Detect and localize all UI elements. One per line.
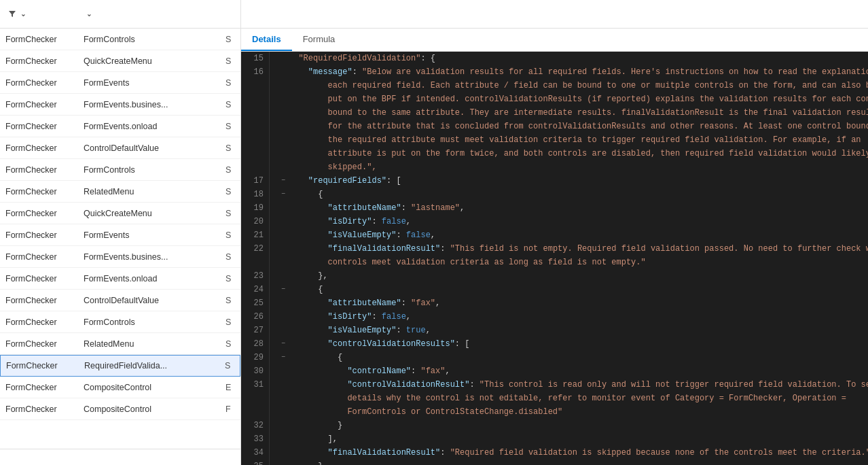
cell-category: FormChecker <box>0 187 78 196</box>
category-header[interactable]: ⌄ <box>0 0 78 28</box>
cell-operation: CompositeControl <box>78 404 220 414</box>
line-number <box>247 106 264 120</box>
line-number: 29 <box>247 351 264 364</box>
fold-icon[interactable]: − <box>278 283 289 296</box>
chevron-down-icon-op: ⌄ <box>86 10 92 18</box>
table-row[interactable]: FormChecker FormControls S <box>0 159 240 181</box>
tab-details[interactable]: Details <box>241 29 292 51</box>
line-number <box>247 147 264 160</box>
line-number: 31 <box>247 378 264 392</box>
line-number: 21 <box>247 228 264 242</box>
cell-operation: RequiredFieldValida... <box>79 361 219 371</box>
cell-res: S <box>220 56 240 66</box>
line-number: 32 <box>247 419 264 432</box>
code-line: FormControls or ControlStateChange.disab… <box>278 405 868 419</box>
cell-operation: FormEvents.onload <box>78 274 220 283</box>
cell-category: FormChecker <box>0 383 78 392</box>
table-row[interactable]: FormChecker QuickCreateMenu S <box>0 203 240 224</box>
line-number <box>247 392 264 405</box>
line-number: 24 <box>247 283 264 296</box>
cell-res: S <box>220 165 240 175</box>
cell-operation: FormControls <box>78 317 220 327</box>
code-line: "finalValidationResult": "This field is … <box>278 242 868 256</box>
table-row[interactable]: FormChecker ControlDefaultValue S <box>0 290 240 311</box>
table-header: ⌄ ⌄ <box>0 0 240 29</box>
cell-operation: QuickCreateMenu <box>78 209 220 218</box>
tab-formula[interactable]: Formula <box>292 29 346 51</box>
operation-header[interactable]: ⌄ <box>78 0 220 28</box>
line-number: 22 <box>247 242 264 256</box>
cell-res: S <box>220 274 240 283</box>
cell-operation: FormEvents <box>78 230 220 240</box>
code-line: − "requiredFields": [ <box>278 174 868 188</box>
code-line: "controlValidationResult": "This control… <box>278 378 868 392</box>
cell-operation: ControlDefaultValue <box>78 143 220 153</box>
res-header[interactable] <box>220 0 240 28</box>
table-row[interactable]: FormChecker ControlDefaultValue S <box>0 137 240 159</box>
cell-operation: FormEvents.busines... <box>78 100 220 109</box>
cell-operation: FormControls <box>78 35 220 44</box>
table-row[interactable]: FormChecker FormEvents S <box>0 72 240 94</box>
table-row[interactable]: FormChecker CompositeControl E <box>0 377 240 398</box>
cell-res: S <box>220 317 240 327</box>
code-line: "isDirty": false, <box>278 310 868 324</box>
line-number: 25 <box>247 296 264 310</box>
code-line: ], <box>278 432 868 446</box>
table-row[interactable]: FormChecker RelatedMenu S <box>0 181 240 203</box>
table-row[interactable]: FormChecker FormEvents.busines... S <box>0 246 240 268</box>
cell-category: FormChecker <box>0 122 78 131</box>
code-line: attribute is put on the form twice, and … <box>278 147 868 160</box>
line-number: 35 <box>247 460 264 465</box>
fold-icon[interactable]: − <box>278 174 289 188</box>
line-number: 19 <box>247 201 264 215</box>
cell-category: FormChecker <box>0 339 78 349</box>
table-row[interactable]: FormChecker FormControls S <box>0 311 240 333</box>
line-number: 33 <box>247 432 264 446</box>
code-line: "message": "Below are validation results… <box>278 65 868 79</box>
table-row[interactable]: FormChecker RelatedMenu S <box>0 333 240 355</box>
table-row[interactable]: FormChecker QuickCreateMenu S <box>0 50 240 72</box>
code-area[interactable]: 1516171819202122232425262728293031323334… <box>241 52 868 465</box>
cell-category: FormChecker <box>0 56 78 66</box>
table-body: FormChecker FormControls S FormChecker Q… <box>0 29 240 449</box>
fold-icon[interactable]: − <box>278 188 289 201</box>
code-line: bound to the same attribute. They are in… <box>278 106 868 120</box>
table-row[interactable]: FormChecker FormEvents.onload S <box>0 268 240 290</box>
close-button[interactable] <box>846 7 860 21</box>
code-line: each required field. Each attribute / fi… <box>278 79 868 92</box>
filter-icon[interactable] <box>8 10 18 19</box>
cell-res: S <box>220 122 240 131</box>
code-line: put on the BPF if intended. controlValid… <box>278 92 868 106</box>
table-row[interactable]: FormChecker FormEvents S <box>0 224 240 246</box>
code-line: "controlName": "fax", <box>278 364 868 378</box>
fold-icon[interactable]: − <box>278 337 289 351</box>
cell-category: FormChecker <box>0 296 78 305</box>
line-number: 16 <box>247 65 264 79</box>
code-line: "finalValidationResult": "Required field… <box>278 446 868 460</box>
cell-operation: CompositeControl <box>78 383 220 392</box>
code-line: "RequiredFieldValidation": { <box>278 52 868 65</box>
table-row[interactable]: FormChecker CompositeControl F <box>0 398 240 420</box>
cell-res: E <box>220 383 240 392</box>
cell-res: S <box>220 35 240 44</box>
line-number <box>247 160 264 174</box>
right-header <box>241 0 868 29</box>
table-row[interactable]: FormChecker FormEvents.onload S <box>0 116 240 137</box>
table-row[interactable]: FormChecker FormControls S <box>0 29 240 50</box>
table-row[interactable]: FormChecker FormEvents.busines... S <box>0 94 240 116</box>
code-line: "attributeName": "fax", <box>278 296 868 310</box>
fold-icon[interactable]: − <box>278 351 289 364</box>
cell-res: S <box>220 187 240 196</box>
cell-res: S <box>220 209 240 218</box>
table-row[interactable]: FormChecker RequiredFieldValida... S <box>0 355 240 377</box>
cell-res: F <box>220 404 240 414</box>
cell-category: FormChecker <box>0 35 78 44</box>
code-line: skipped.", <box>278 160 868 174</box>
code-lines: "RequiredFieldValidation": { "message": … <box>270 52 868 465</box>
line-number: 28 <box>247 337 264 351</box>
cell-category: FormChecker <box>0 252 78 262</box>
code-line: − { <box>278 188 868 201</box>
line-number <box>247 256 264 269</box>
cell-category: FormChecker <box>0 165 78 175</box>
line-number <box>247 92 264 106</box>
